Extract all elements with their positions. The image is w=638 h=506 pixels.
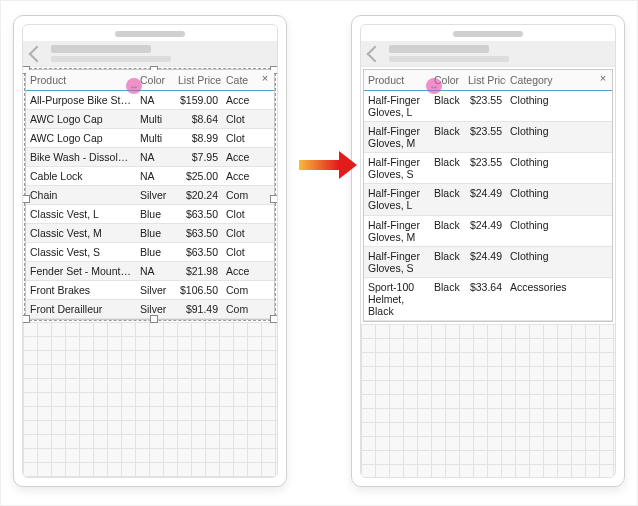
- cell-product: Half-Finger Gloves, S: [364, 247, 430, 277]
- cell-price: $23.55: [464, 122, 506, 152]
- cell-price: $63.50: [174, 224, 222, 242]
- table-row[interactable]: Half-Finger Gloves, LBlack$23.55Clothing: [364, 91, 612, 122]
- back-icon[interactable]: [29, 45, 46, 62]
- table-row[interactable]: Classic Vest, SBlue$63.50Clot: [26, 243, 274, 262]
- cell-product: Chain: [26, 186, 136, 204]
- cell-category: Acce: [222, 148, 262, 166]
- cell-color: Blue: [136, 243, 174, 261]
- subtitle-placeholder: [51, 56, 171, 62]
- table-row[interactable]: Classic Vest, LBlue$63.50Clot: [26, 205, 274, 224]
- cell-price: $8.64: [174, 110, 222, 128]
- col-category[interactable]: Cate: [222, 70, 262, 90]
- col-product[interactable]: Product: [26, 70, 136, 90]
- table-row[interactable]: All-Purpose Bike StandNA$159.00Acce: [26, 91, 274, 110]
- table-row[interactable]: Front BrakesSilver$106.50Com: [26, 281, 274, 300]
- table-row[interactable]: ChainSilver$20.24Com: [26, 186, 274, 205]
- cell-product: AWC Logo Cap: [26, 110, 136, 128]
- close-icon[interactable]: ×: [258, 72, 272, 86]
- cell-color: NA: [136, 91, 174, 109]
- cell-color: NA: [136, 167, 174, 185]
- cell-category: Clothing: [506, 153, 596, 183]
- cell-category: Com: [222, 186, 262, 204]
- phone-speaker: [453, 31, 523, 37]
- cell-category: Com: [222, 281, 262, 299]
- phone-mock-right: Product Color List Price Category × Half…: [351, 15, 625, 487]
- back-icon[interactable]: [367, 45, 384, 62]
- table-row[interactable]: Sport-100 Helmet, BlackBlack$33.64Access…: [364, 278, 612, 321]
- table-header: Product Color List Price Category ×: [364, 70, 612, 91]
- cell-category: Clot: [222, 205, 262, 223]
- phone-mock-left: Product Color List Price Cate × All-Purp…: [13, 15, 287, 487]
- table-row[interactable]: Half-Finger Gloves, MBlack$24.49Clothing: [364, 216, 612, 247]
- cell-category: Clothing: [506, 91, 596, 121]
- cell-product: Half-Finger Gloves, M: [364, 122, 430, 152]
- subtitle-placeholder: [389, 56, 509, 62]
- col-price[interactable]: List Price: [464, 70, 506, 90]
- cell-price: $91.49: [174, 300, 222, 318]
- cell-color: Multi: [136, 129, 174, 147]
- cell-color: Black: [430, 122, 464, 152]
- cell-color: Blue: [136, 224, 174, 242]
- column-resize-handle[interactable]: [426, 78, 442, 94]
- app-header: [23, 41, 277, 67]
- table-row[interactable]: Bike Wash - DissolverNA$7.95Acce: [26, 148, 274, 167]
- cell-category: Clot: [222, 243, 262, 261]
- cell-product: Half-Finger Gloves, L: [364, 91, 430, 121]
- app-header: [361, 41, 615, 67]
- cell-product: Classic Vest, M: [26, 224, 136, 242]
- cell-color: Black: [430, 247, 464, 277]
- cell-color: Blue: [136, 205, 174, 223]
- cell-price: $106.50: [174, 281, 222, 299]
- cell-category: Com: [222, 300, 262, 318]
- table-row[interactable]: Fender Set - MountainNA$21.98Acce: [26, 262, 274, 281]
- cell-category: Clot: [222, 129, 262, 147]
- cell-price: $24.49: [464, 184, 506, 214]
- cell-product: Half-Finger Gloves, S: [364, 153, 430, 183]
- canvas-grid: [361, 324, 615, 477]
- cell-price: $23.55: [464, 91, 506, 121]
- table-row[interactable]: Half-Finger Gloves, MBlack$23.55Clothing: [364, 122, 612, 153]
- cell-price: $25.00: [174, 167, 222, 185]
- title-placeholder: [389, 45, 489, 53]
- close-icon[interactable]: ×: [596, 72, 610, 86]
- data-table-left[interactable]: Product Color List Price Cate × All-Purp…: [25, 69, 275, 320]
- table-row[interactable]: Half-Finger Gloves, SBlack$23.55Clothing: [364, 153, 612, 184]
- cell-category: Clot: [222, 110, 262, 128]
- cell-price: $159.00: [174, 91, 222, 109]
- cell-color: Black: [430, 153, 464, 183]
- cell-color: Black: [430, 184, 464, 214]
- table-row[interactable]: Cable LockNA$25.00Acce: [26, 167, 274, 186]
- canvas-grid: [23, 322, 277, 477]
- table-row[interactable]: AWC Logo CapMulti$8.99Clot: [26, 129, 274, 148]
- cell-category: Acce: [222, 167, 262, 185]
- table-row[interactable]: Half-Finger Gloves, SBlack$24.49Clothing: [364, 247, 612, 278]
- cell-color: Black: [430, 278, 464, 320]
- cell-product: Front Derailleur: [26, 300, 136, 318]
- col-price[interactable]: List Price: [174, 70, 222, 90]
- table-row[interactable]: Classic Vest, MBlue$63.50Clot: [26, 224, 274, 243]
- cell-product: Front Brakes: [26, 281, 136, 299]
- cell-color: NA: [136, 262, 174, 280]
- cell-product: All-Purpose Bike Stand: [26, 91, 136, 109]
- cell-product: AWC Logo Cap: [26, 129, 136, 147]
- cell-color: Black: [430, 216, 464, 246]
- cell-product: Half-Finger Gloves, M: [364, 216, 430, 246]
- cell-category: Acce: [222, 262, 262, 280]
- col-product[interactable]: Product: [364, 70, 430, 90]
- table-row[interactable]: AWC Logo CapMulti$8.64Clot: [26, 110, 274, 129]
- cell-product: Bike Wash - Dissolver: [26, 148, 136, 166]
- cell-product: Cable Lock: [26, 167, 136, 185]
- cell-product: Classic Vest, L: [26, 205, 136, 223]
- cell-color: Silver: [136, 186, 174, 204]
- column-resize-handle[interactable]: [126, 78, 142, 94]
- data-table-right[interactable]: Product Color List Price Category × Half…: [363, 69, 613, 322]
- table-row[interactable]: Half-Finger Gloves, LBlack$24.49Clothing: [364, 184, 612, 215]
- cell-price: $24.49: [464, 247, 506, 277]
- cell-price: $7.95: [174, 148, 222, 166]
- cell-product: Half-Finger Gloves, L: [364, 184, 430, 214]
- cell-category: Clothing: [506, 184, 596, 214]
- cell-price: $63.50: [174, 243, 222, 261]
- col-category[interactable]: Category: [506, 70, 596, 90]
- cell-category: Accessories: [506, 278, 596, 320]
- cell-color: Multi: [136, 110, 174, 128]
